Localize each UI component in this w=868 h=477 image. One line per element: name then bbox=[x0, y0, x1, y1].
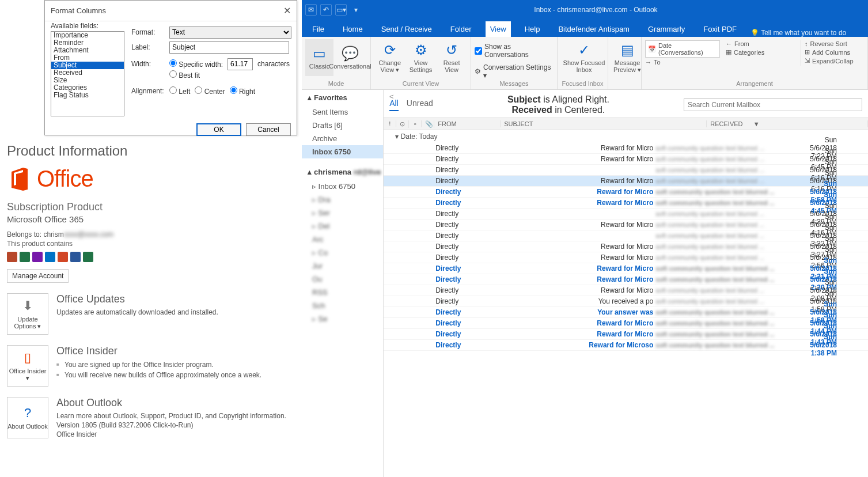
message-row[interactable]: DirectlyReward for Microsoft community q… bbox=[384, 143, 868, 154]
qa-customize-icon[interactable]: ▾ bbox=[350, 4, 362, 16]
message-row[interactable]: DirectlyReward for Microsoft community q… bbox=[384, 318, 868, 329]
add-columns-button[interactable]: ⊞ Add Columns bbox=[805, 48, 854, 56]
message-row[interactable]: DirectlyReward for Microsoft community q… bbox=[384, 219, 868, 230]
nav-item[interactable]: ▹ Inbox 6750 bbox=[302, 180, 383, 193]
tab-foxitpdf[interactable]: Foxit PDF bbox=[699, 21, 741, 37]
nav-item[interactable]: RSS bbox=[302, 286, 383, 299]
message-row[interactable]: DirectlyReward for Microsoft community q… bbox=[384, 241, 868, 252]
best-fit-radio[interactable] bbox=[169, 70, 177, 78]
label-input[interactable] bbox=[169, 41, 289, 54]
field-flag-status[interactable]: Flag Status bbox=[51, 92, 124, 99]
label-label: Label: bbox=[131, 43, 165, 51]
nav-item[interactable]: ▹ Del bbox=[302, 219, 383, 233]
arrange-categories[interactable]: ▦ Categories bbox=[726, 48, 795, 56]
tab-file[interactable]: File bbox=[308, 21, 329, 37]
search-input[interactable] bbox=[684, 99, 862, 111]
reverse-sort-button[interactable]: ↕ Reverse Sort bbox=[805, 40, 854, 47]
reset-view-button[interactable]: ↺Reset View bbox=[436, 39, 467, 76]
app-icon bbox=[83, 252, 93, 262]
col-subject[interactable]: SUBJECT bbox=[501, 120, 707, 127]
tell-me[interactable]: 💡 Tell me what you want to do bbox=[751, 29, 846, 37]
tab-unread[interactable]: Unread bbox=[407, 99, 433, 111]
favorites-group[interactable]: ▴ Favorites bbox=[302, 90, 383, 105]
manage-account-button[interactable]: Manage Account bbox=[7, 269, 69, 283]
nav-item[interactable]: ▹ Ser bbox=[302, 206, 383, 219]
expand-collapse-button[interactable]: ⇲ Expand/Collap bbox=[805, 57, 854, 65]
arrange-date[interactable]: 📅 Date (Conversations) bbox=[645, 40, 720, 58]
cancel-button[interactable]: Cancel bbox=[246, 123, 291, 136]
col-received[interactable]: RECEIVED ▼ bbox=[707, 120, 868, 127]
message-row[interactable]: DirectlyYou received a posoft community … bbox=[384, 296, 868, 307]
outlook-window: ✉ ↶ ▭▾ ▾ Inbox - chrismenard@live.com - … bbox=[302, 0, 868, 477]
arrange-to[interactable]: → To bbox=[645, 59, 720, 66]
about-outlook-button[interactable]: ? About Outlook bbox=[7, 397, 48, 438]
message-row[interactable]: DirectlyReward for Microsoft community q… bbox=[384, 274, 868, 285]
message-row[interactable]: DirectlyReward for Microsoft community q… bbox=[384, 263, 868, 274]
qa-undo-icon[interactable]: ↶ bbox=[320, 4, 332, 16]
show-conversations-checkbox[interactable]: Show as Conversations bbox=[475, 43, 554, 59]
collapse-nav-icon[interactable]: < bbox=[389, 92, 394, 101]
nav-item[interactable]: Ou bbox=[302, 272, 383, 286]
attachment-icon[interactable]: 📎 bbox=[422, 120, 434, 128]
message-row[interactable]: DirectlyReward for Micrososoft community… bbox=[384, 340, 868, 351]
nav-item[interactable]: Sent Items bbox=[302, 105, 383, 119]
align-center-radio[interactable] bbox=[195, 86, 202, 94]
qa-view-icon[interactable]: ▭▾ bbox=[335, 4, 347, 16]
tab-help[interactable]: Help bbox=[520, 21, 545, 37]
icon-col[interactable]: ▫ bbox=[409, 120, 422, 127]
available-fields-list[interactable]: ImportanceReminderAttachmentFromSubjectR… bbox=[51, 31, 124, 116]
account-group[interactable]: ▴ chrismenard@live bbox=[302, 164, 383, 180]
message-preview-button[interactable]: ▤Message Preview ▾ bbox=[612, 39, 643, 76]
message-row[interactable]: DirectlyReward for Microsoft community q… bbox=[384, 187, 868, 198]
specific-width-radio[interactable] bbox=[169, 59, 177, 67]
importance-icon[interactable]: ! bbox=[384, 120, 396, 127]
message-row[interactable]: Directlysoft community question text blu… bbox=[384, 230, 868, 241]
message-row[interactable]: DirectlyReward for Microsoft community q… bbox=[384, 285, 868, 296]
message-row[interactable]: DirectlyReward for Microsoft community q… bbox=[384, 198, 868, 209]
col-from[interactable]: FROM bbox=[434, 120, 501, 127]
classic-button[interactable]: ▭Classic bbox=[305, 39, 333, 76]
format-select[interactable]: Text bbox=[169, 26, 291, 39]
column-headers: ! ⊙ ▫ 📎 FROM SUBJECT RECEIVED ▼ bbox=[384, 118, 868, 130]
nav-item[interactable]: Arc bbox=[302, 233, 383, 246]
tab-folder[interactable]: Folder bbox=[446, 21, 476, 37]
tab-home[interactable]: Home bbox=[338, 21, 367, 37]
date-group-today[interactable]: ▾ Date: Today bbox=[384, 130, 868, 143]
message-row[interactable]: DirectlyYour answer wassoft community qu… bbox=[384, 307, 868, 318]
office-insider-heading: Office Insider bbox=[56, 345, 298, 357]
nav-item[interactable]: Jur bbox=[302, 259, 383, 272]
align-right-radio[interactable] bbox=[230, 86, 237, 94]
qa-send-receive-icon[interactable]: ✉ bbox=[305, 4, 317, 16]
message-row[interactable]: DirectlyReward for Microsoft community q… bbox=[384, 252, 868, 263]
conversation-settings-button[interactable]: ⚙ Conversation Settings ▾ bbox=[475, 63, 554, 80]
message-row[interactable]: Directlysoft community question text blu… bbox=[384, 209, 868, 219]
nav-item[interactable]: Drafts [6] bbox=[302, 119, 383, 132]
change-view-button[interactable]: ⟳Change View ▾ bbox=[374, 39, 405, 76]
reminder-icon[interactable]: ⊙ bbox=[396, 120, 409, 128]
close-icon[interactable]: ✕ bbox=[283, 5, 291, 16]
view-settings-button[interactable]: ⚙View Settings bbox=[405, 39, 437, 76]
tab-sendreceive[interactable]: Send / Receive bbox=[377, 21, 437, 37]
arrange-from[interactable]: ← From bbox=[726, 40, 795, 47]
tab-bitdefenderantispam[interactable]: Bitdefender Antispam bbox=[554, 21, 634, 37]
focused-inbox-button[interactable]: ✓Show Focused Inbox bbox=[561, 39, 607, 76]
align-left-radio[interactable] bbox=[169, 86, 177, 94]
message-row[interactable]: Directlysoft community question text blu… bbox=[384, 165, 868, 176]
nav-item[interactable]: Sch bbox=[302, 299, 383, 312]
message-row[interactable]: DirectlyReward for Microsoft community q… bbox=[384, 154, 868, 165]
ok-button[interactable]: OK bbox=[196, 123, 241, 136]
tab-view[interactable]: View bbox=[486, 21, 511, 37]
width-input[interactable] bbox=[228, 58, 253, 70]
nav-item[interactable]: ▹ Dra bbox=[302, 193, 383, 206]
question-icon: ? bbox=[24, 406, 31, 421]
nav-item[interactable]: ▹ Se bbox=[302, 312, 383, 325]
conversational-button[interactable]: 💬Conversational bbox=[333, 39, 367, 76]
message-row[interactable]: DirectlyReward for Microsoft community q… bbox=[384, 176, 868, 187]
message-row[interactable]: DirectlyReward for Microsoft community q… bbox=[384, 329, 868, 340]
update-options-button[interactable]: ⬇ Update Options ▾ bbox=[7, 293, 48, 335]
tab-grammarly[interactable]: Grammarly bbox=[643, 21, 689, 37]
nav-item[interactable]: ▹ Co bbox=[302, 246, 383, 259]
office-insider-button[interactable]: ▯ Office Insider ▾ bbox=[7, 345, 48, 387]
nav-item[interactable]: Inbox 6750 bbox=[302, 145, 383, 158]
nav-item[interactable]: Archive bbox=[302, 132, 383, 145]
